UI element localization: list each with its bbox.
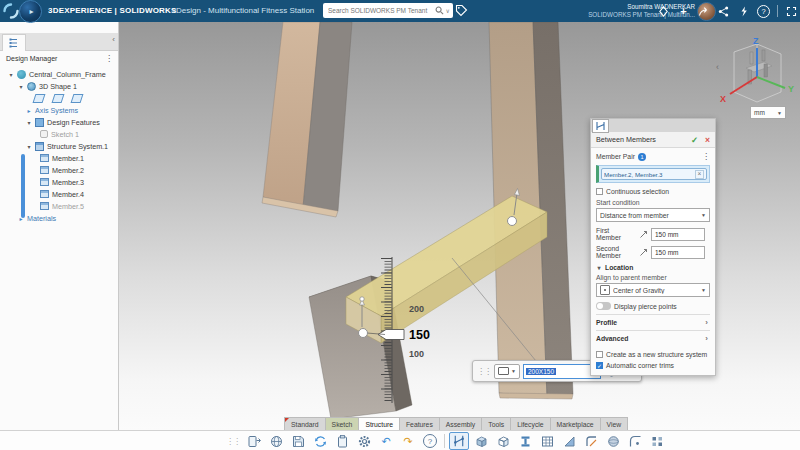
dialog-icon-bar bbox=[591, 119, 715, 132]
toolbar-drag-handle[interactable]: ⋮⋮ bbox=[226, 437, 240, 446]
location-section-header[interactable]: ▾ Location bbox=[596, 264, 710, 271]
caret-right-icon[interactable]: ▸ bbox=[26, 107, 32, 114]
between-members-tool-icon[interactable] bbox=[592, 119, 609, 133]
between-members-button[interactable] bbox=[449, 432, 469, 450]
viewport-collapse-chevron[interactable]: ‹ bbox=[716, 62, 719, 72]
fillet-corner-icon bbox=[628, 434, 643, 449]
start-condition-select[interactable]: Distance from member ▼ bbox=[596, 208, 710, 222]
direction-icon[interactable] bbox=[639, 248, 648, 257]
selection-list[interactable]: Member.2, Member.3 × bbox=[596, 165, 710, 183]
search-icon[interactable] bbox=[435, 6, 444, 15]
global-search[interactable]: ∨ bbox=[323, 3, 453, 18]
tree-item-design-features[interactable]: ▾ Design Features bbox=[0, 116, 118, 128]
chip-remove-icon[interactable]: × bbox=[695, 170, 704, 179]
collaborate-icon[interactable] bbox=[717, 5, 730, 18]
selection-chip[interactable]: Member.2, Member.3 × bbox=[601, 168, 707, 180]
align-point-select[interactable]: Center of Gravity ▼ bbox=[596, 283, 710, 297]
share-file-button[interactable] bbox=[244, 432, 264, 450]
advanced-section-row[interactable]: Advanced › bbox=[596, 330, 710, 346]
redo-icon: ↷ bbox=[403, 436, 412, 447]
tree-item-member-1[interactable]: Member.1 bbox=[0, 152, 118, 164]
search-scope-caret-icon[interactable]: ∨ bbox=[446, 7, 450, 14]
tree-item-member-3[interactable]: Member.3 bbox=[0, 176, 118, 188]
fullscreen-icon[interactable] bbox=[785, 5, 798, 18]
sweep-button[interactable] bbox=[493, 432, 513, 450]
caret-right-icon[interactable]: ▸ bbox=[18, 215, 24, 222]
member-icon bbox=[40, 178, 49, 186]
redo-button[interactable]: ↷ bbox=[398, 432, 418, 450]
save-button[interactable] bbox=[288, 432, 308, 450]
chevron-down-icon: ▼ bbox=[511, 368, 516, 374]
help-icon[interactable]: ? bbox=[757, 5, 770, 18]
app-title[interactable]: xDesign - Multifunctional Fitness Statio… bbox=[172, 6, 314, 15]
continuous-selection-row[interactable]: Continuous selection bbox=[596, 188, 710, 195]
plane-xy-icon[interactable] bbox=[33, 94, 46, 103]
drag-handle-icon[interactable]: ⋮⋮ bbox=[477, 367, 491, 376]
tools-icon[interactable] bbox=[737, 5, 750, 18]
count-badge: 1 bbox=[638, 153, 646, 161]
caret-down-icon[interactable]: ▾ bbox=[26, 143, 32, 150]
tree-item-axis-systems[interactable]: ▸ Axis Systems bbox=[0, 104, 118, 116]
caret-down-icon[interactable]: ▾ bbox=[8, 71, 14, 78]
profile-type-button[interactable]: ▼ bbox=[494, 364, 520, 379]
trim-button[interactable] bbox=[581, 432, 601, 450]
profile-section-row[interactable]: Profile › bbox=[596, 314, 710, 330]
corner-trims-row[interactable]: ✓ Automatic corner trims bbox=[596, 362, 710, 369]
tree-item-member-2[interactable]: Member.2 bbox=[0, 164, 118, 176]
overflow-menu-icon[interactable]: ⋮ bbox=[702, 152, 710, 161]
plane-yz-icon[interactable] bbox=[52, 94, 65, 103]
plane-zx-icon[interactable] bbox=[71, 94, 84, 103]
refresh-button[interactable] bbox=[310, 432, 330, 450]
ok-check-icon[interactable]: ✓ bbox=[691, 135, 698, 145]
pattern-table-button[interactable] bbox=[537, 432, 557, 450]
direction-icon[interactable] bbox=[639, 230, 648, 239]
new-structure-system-row[interactable]: Create as a new structure system bbox=[596, 351, 710, 358]
gusset-icon bbox=[562, 434, 577, 449]
tree-item-materials[interactable]: ▸ Materials bbox=[0, 212, 118, 224]
new-structure-system-checkbox[interactable] bbox=[596, 351, 603, 358]
orientation-triad[interactable]: Z X Y bbox=[720, 36, 794, 104]
display-states-button[interactable] bbox=[647, 432, 667, 450]
overflow-menu-icon[interactable]: ⋮ bbox=[105, 54, 113, 63]
tree-item-member-5[interactable]: Member.5 bbox=[0, 200, 118, 212]
second-member-input[interactable]: 150 mm bbox=[651, 246, 705, 259]
extrude-button[interactable] bbox=[471, 432, 491, 450]
3dplay-sphere-logo[interactable]: ▸ bbox=[19, 0, 42, 23]
tree-item-3d-shape[interactable]: ▾ 3D Shape 1 bbox=[0, 80, 118, 92]
tree-item-structure-system[interactable]: ▾ Structure System.1 bbox=[0, 140, 118, 152]
first-member-input[interactable]: 150 mm bbox=[651, 228, 705, 241]
tab-design-manager[interactable] bbox=[2, 34, 26, 51]
undo-button[interactable]: ↶ bbox=[376, 432, 396, 450]
corner-trims-checkbox[interactable]: ✓ bbox=[596, 362, 603, 369]
tree-item-root[interactable]: ▾ Central_Column_Frame bbox=[0, 68, 118, 80]
help-button[interactable]: ? bbox=[420, 432, 440, 450]
tag-icon[interactable] bbox=[455, 4, 468, 17]
structure-member-button[interactable] bbox=[515, 432, 535, 450]
share-icon[interactable] bbox=[697, 5, 710, 18]
dialog-title: Between Members bbox=[596, 135, 691, 144]
panel-collapse-icon[interactable]: ‹ bbox=[112, 35, 115, 44]
start-condition-label: Start condition bbox=[596, 199, 710, 206]
new-structure-system-label: Create as a new structure system bbox=[606, 351, 707, 358]
fillet-button[interactable] bbox=[625, 432, 645, 450]
3ds-compass-icon[interactable] bbox=[3, 3, 19, 19]
continuous-selection-checkbox[interactable] bbox=[596, 188, 603, 195]
tree-item-sketch[interactable]: Sketch 1 bbox=[0, 128, 118, 140]
display-pierce-points-toggle[interactable] bbox=[596, 302, 611, 310]
caret-down-icon[interactable]: ▾ bbox=[18, 83, 24, 90]
units-dropdown[interactable]: mm ▼ bbox=[750, 106, 786, 119]
tree-item-member-4[interactable]: Member.4 bbox=[0, 188, 118, 200]
explore-button[interactable] bbox=[266, 432, 286, 450]
column-member-left[interactable] bbox=[262, 22, 352, 217]
caret-down-icon[interactable]: ▾ bbox=[26, 119, 32, 126]
chevron-down-icon: ▼ bbox=[701, 212, 706, 218]
gusset-button[interactable] bbox=[559, 432, 579, 450]
cancel-close-icon[interactable]: × bbox=[705, 135, 710, 145]
compass-icon[interactable] bbox=[657, 5, 670, 18]
clipboard-icon bbox=[335, 434, 350, 449]
paste-button[interactable] bbox=[332, 432, 352, 450]
sphere-button[interactable] bbox=[603, 432, 623, 450]
settings-button[interactable] bbox=[354, 432, 374, 450]
search-input[interactable] bbox=[326, 6, 433, 15]
add-content-icon[interactable]: + bbox=[677, 5, 690, 18]
